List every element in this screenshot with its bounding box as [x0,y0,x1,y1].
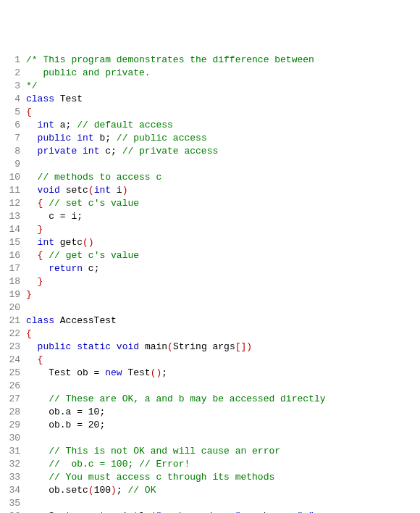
code-content: ob.b = 20; [26,419,420,432]
code-content [26,380,420,393]
line-number: 22 [0,328,26,341]
code-content: Test ob = new Test(); [26,367,420,380]
code-content: } [26,288,420,301]
code-line: 14 } [0,223,420,236]
code-line: 28 ob.a = 10; [0,406,420,419]
code-line: 22{ [0,328,420,341]
code-line: 24 { [0,354,420,367]
line-number: 30 [0,432,26,445]
code-line: 7 public int b; // public access [0,132,420,145]
line-number: 1 [0,54,26,67]
code-line: 18 } [0,275,420,288]
code-line: 17 return c; [0,262,420,275]
code-content: public static void main(String args[]) [26,341,420,354]
code-line: 13 c = i; [0,210,420,223]
line-number: 14 [0,223,26,236]
line-number: 18 [0,275,26,288]
code-line: 23 public static void main(String args[]… [0,341,420,354]
code-line: 9 [0,158,420,171]
line-number: 21 [0,314,26,328]
code-content: // These are OK, a and b may be accessed… [26,393,420,406]
code-content: { [26,328,420,341]
line-number: 35 [0,497,26,510]
code-content: } [26,275,420,288]
code-content: class Test [26,93,420,106]
line-number: 5 [0,106,26,119]
line-number: 2 [0,67,26,80]
line-number: 9 [0,158,26,171]
code-content: // You must access c through its methods [26,471,420,484]
line-number: 13 [0,210,26,223]
code-line: 27 // These are OK, a and b may be acces… [0,393,420,406]
line-number: 28 [0,406,26,419]
line-number: 33 [0,471,26,484]
code-line: 30 [0,432,420,445]
code-content: ob.setc(100); // OK [26,484,420,497]
code-content: // ob.c = 100; // Error! [26,458,420,471]
code-line: 32 // ob.c = 100; // Error! [0,458,420,471]
code-line: 35 [0,497,420,510]
code-content: { [26,106,420,119]
code-content: { [26,354,420,367]
code-line: 26 [0,380,420,393]
line-number: 4 [0,93,26,106]
code-line: 33 // You must access c through its meth… [0,471,420,484]
code-line: 4class Test [0,93,420,106]
line-number: 31 [0,445,26,458]
code-line: 5{ [0,106,420,119]
line-number: 16 [0,249,26,262]
line-number: 26 [0,380,26,393]
line-number: 29 [0,419,26,432]
code-content: ob.a = 10; [26,406,420,419]
code-content: int getc() [26,236,420,249]
line-number: 19 [0,288,26,301]
code-content: private int c; // private access [26,145,420,158]
code-line: 6 int a; // default access [0,119,420,132]
code-line: 29 ob.b = 20; [0,419,420,432]
line-number: 15 [0,236,26,249]
code-line: 19} [0,288,420,301]
code-line: 10 // methods to access c [0,171,420,184]
code-line: 3*/ [0,80,420,93]
code-listing: 1/* This program demonstrates the differ… [0,54,420,513]
code-content: System.out.println("a, b, and c: " + ob.… [26,510,420,513]
line-number: 32 [0,458,26,471]
code-content: { // set c's value [26,197,420,210]
code-content: public and private. [26,67,420,80]
code-line: 16 { // get c's value [0,249,420,262]
line-number: 11 [0,184,26,197]
line-number: 36 [0,510,26,513]
code-line: 11 void setc(int i) [0,184,420,197]
line-number: 3 [0,80,26,93]
code-content: */ [26,80,420,93]
line-number: 27 [0,393,26,406]
line-number: 25 [0,367,26,380]
code-line: 15 int getc() [0,236,420,249]
code-content: { // get c's value [26,249,420,262]
line-number: 17 [0,262,26,275]
line-number: 12 [0,197,26,210]
code-content: class AccessTest [26,314,420,328]
line-number: 10 [0,171,26,184]
code-line: 21class AccessTest [0,314,420,328]
line-number: 34 [0,484,26,497]
line-number: 7 [0,132,26,145]
code-content [26,432,420,445]
code-content: public int b; // public access [26,132,420,145]
code-line: 2 public and private. [0,67,420,80]
code-content: c = i; [26,210,420,223]
line-number: 20 [0,301,26,314]
code-content [26,301,420,314]
code-content: // This is not OK and will cause an erro… [26,445,420,458]
line-number: 8 [0,145,26,158]
code-line: 25 Test ob = new Test(); [0,367,420,380]
code-content: int a; // default access [26,119,420,132]
line-number: 23 [0,341,26,354]
code-line: 20 [0,301,420,314]
code-line: 31 // This is not OK and will cause an e… [0,445,420,458]
code-content: } [26,223,420,236]
code-line: 12 { // set c's value [0,197,420,210]
code-content: void setc(int i) [26,184,420,197]
code-line: 34 ob.setc(100); // OK [0,484,420,497]
line-number: 24 [0,354,26,367]
